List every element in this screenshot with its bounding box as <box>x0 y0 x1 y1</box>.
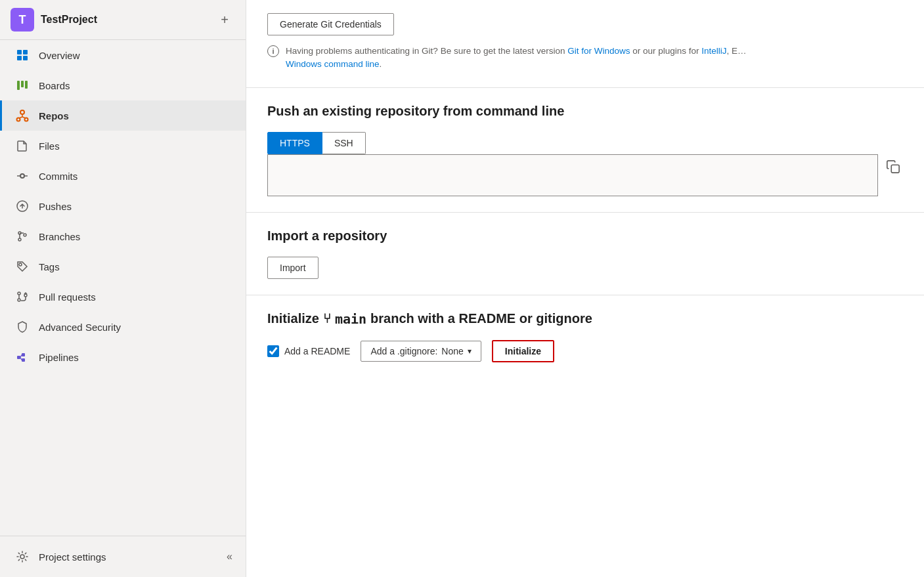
windows-command-line-link[interactable]: Windows command line <box>286 59 380 69</box>
info-row: i Having problems authenticating in Git?… <box>267 45 903 72</box>
sidebar-item-branches[interactable]: Branches <box>0 221 246 251</box>
sidebar-item-label-pushes: Pushes <box>39 201 72 212</box>
pipelines-icon <box>15 350 30 364</box>
import-repo-title: Import a repository <box>267 228 903 244</box>
init-controls: Add a README Add a .gitignore: None ▾ In… <box>267 340 903 362</box>
svg-point-26 <box>20 555 24 559</box>
branches-icon <box>15 229 30 244</box>
svg-rect-6 <box>25 81 28 89</box>
sidebar-item-label-repos: Repos <box>39 110 69 121</box>
readme-label: Add a README <box>284 346 350 356</box>
generate-credentials-button[interactable]: Generate Git Credentials <box>267 13 394 35</box>
sidebar-footer: Project settings « <box>0 536 246 577</box>
sidebar-item-label-files: Files <box>39 140 60 152</box>
repos-icon <box>15 108 30 123</box>
svg-point-18 <box>18 292 20 295</box>
sidebar-item-pull-requests[interactable]: Pull requests <box>0 282 246 312</box>
files-icon <box>15 139 30 153</box>
sidebar-item-label-branches: Branches <box>39 231 80 242</box>
branch-name: main <box>335 311 366 327</box>
sidebar-item-label-advanced-security: Advanced Security <box>39 322 121 333</box>
git-for-windows-link[interactable]: Git for Windows <box>567 46 630 56</box>
readme-checkbox[interactable] <box>267 345 279 357</box>
gitignore-dropdown[interactable]: Add a .gitignore: None ▾ <box>361 341 481 362</box>
svg-rect-1 <box>23 50 28 54</box>
svg-rect-3 <box>23 56 28 60</box>
svg-line-24 <box>20 355 22 358</box>
push-repo-title: Push an existing repository from command… <box>267 104 903 119</box>
initialize-section: Initialize ⑂ main branch with a README o… <box>246 295 924 378</box>
branch-icon: ⑂ <box>323 311 331 326</box>
sidebar-item-label-overview: Overview <box>39 50 80 61</box>
pull-requests-icon <box>15 289 30 304</box>
initialize-button[interactable]: Initialize <box>492 340 554 362</box>
tab-https[interactable]: HTTPS <box>267 132 322 154</box>
sidebar-header: T TestProject + <box>0 0 246 40</box>
initialize-title-suffix: branch with a README or gitignore <box>370 311 592 326</box>
sidebar-item-project-settings[interactable]: Project settings « <box>0 542 246 572</box>
sidebar: T TestProject + Overview <box>0 0 246 577</box>
advanced-security-icon <box>15 320 30 334</box>
initialize-title: Initialize ⑂ main branch with a README o… <box>267 311 903 327</box>
tab-ssh[interactable]: SSH <box>322 132 366 154</box>
pushes-icon <box>15 199 30 213</box>
svg-rect-2 <box>17 56 22 60</box>
sidebar-item-label-tags: Tags <box>39 261 60 272</box>
sidebar-item-label-pull-requests: Pull requests <box>39 291 96 303</box>
sidebar-item-label-commits: Commits <box>39 171 77 182</box>
boards-icon <box>15 78 30 93</box>
svg-rect-4 <box>17 81 20 90</box>
svg-point-7 <box>20 110 24 114</box>
sidebar-item-pushes[interactable]: Pushes <box>0 191 246 221</box>
info-icon: i <box>267 45 279 57</box>
info-text: Having problems authenticating in Git? B… <box>286 45 747 72</box>
sidebar-item-label-boards: Boards <box>39 80 70 91</box>
intellij-link[interactable]: IntelliJ <box>701 46 726 56</box>
svg-line-25 <box>20 358 22 360</box>
project-settings-label: Project settings <box>39 551 106 563</box>
svg-point-10 <box>20 174 24 178</box>
svg-rect-5 <box>21 81 24 87</box>
svg-rect-22 <box>22 353 25 356</box>
generate-credentials-section: Generate Git Credentials i Having proble… <box>246 0 924 88</box>
sidebar-item-commits[interactable]: Commits <box>0 161 246 191</box>
sidebar-item-boards[interactable]: Boards <box>0 70 246 100</box>
svg-rect-0 <box>17 50 22 54</box>
tags-icon <box>15 259 30 274</box>
project-avatar: T <box>11 8 34 32</box>
readme-checkbox-label[interactable]: Add a README <box>267 345 350 357</box>
svg-point-20 <box>24 294 27 297</box>
project-name: TestProject <box>41 14 208 26</box>
sidebar-nav: Overview Boards <box>0 40 246 536</box>
initialize-title-prefix: Initialize <box>267 311 319 326</box>
svg-point-16 <box>24 234 26 236</box>
code-area-wrapper <box>267 154 903 196</box>
svg-point-19 <box>18 299 20 301</box>
svg-rect-27 <box>891 165 899 173</box>
import-button[interactable]: Import <box>267 257 319 279</box>
sidebar-item-repos[interactable]: Repos <box>0 100 246 131</box>
svg-rect-23 <box>22 358 25 362</box>
import-repo-section: Import a repository Import <box>246 213 924 295</box>
settings-icon <box>15 549 30 564</box>
add-project-button[interactable]: + <box>214 9 235 30</box>
protocol-tabs: HTTPS SSH <box>267 132 903 154</box>
sidebar-item-label-pipelines: Pipelines <box>39 352 79 363</box>
push-repo-section: Push an existing repository from command… <box>246 88 924 213</box>
sidebar-item-advanced-security[interactable]: Advanced Security <box>0 312 246 342</box>
sidebar-item-pipelines[interactable]: Pipelines <box>0 342 246 372</box>
main-content: Generate Git Credentials i Having proble… <box>246 0 924 577</box>
sidebar-item-files[interactable]: Files <box>0 131 246 161</box>
gitignore-value: None <box>441 346 463 356</box>
gitignore-label: Add a .gitignore: <box>370 346 437 356</box>
overview-icon <box>15 48 30 62</box>
code-textarea[interactable] <box>267 154 878 196</box>
svg-rect-21 <box>17 356 20 359</box>
commits-icon <box>15 169 30 183</box>
svg-point-15 <box>18 238 21 241</box>
sidebar-item-overview[interactable]: Overview <box>0 40 246 70</box>
chevron-down-icon: ▾ <box>468 347 472 356</box>
copy-button[interactable] <box>883 157 903 177</box>
sidebar-item-tags[interactable]: Tags <box>0 251 246 282</box>
collapse-icon[interactable]: « <box>227 551 232 563</box>
